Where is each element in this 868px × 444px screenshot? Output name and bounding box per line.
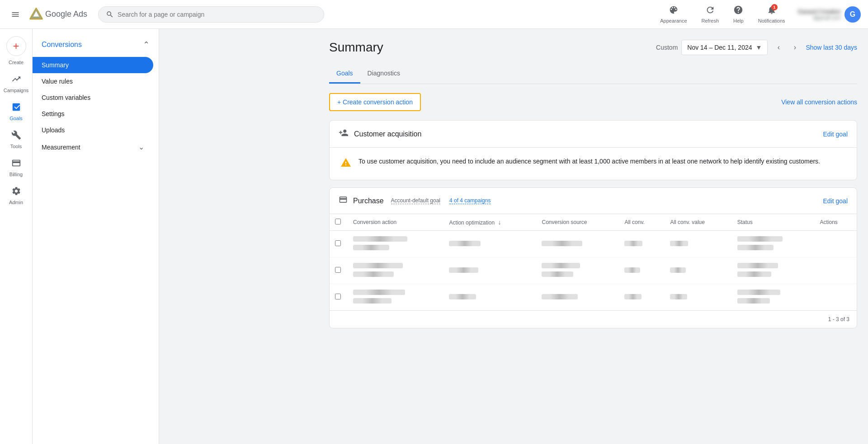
row3-all-conv (619, 284, 665, 311)
notifications-button[interactable]: 1 Notifications (753, 2, 791, 26)
row3-action (348, 284, 443, 311)
top-navigation: Google Ads Appearance Refresh (0, 0, 868, 29)
view-all-conversions-link[interactable]: View all conversion actions (781, 98, 857, 106)
sidebar-item-create-label: Create (9, 60, 24, 65)
admin-label: Admin (9, 200, 23, 205)
row3-checkbox-cell (330, 284, 348, 311)
create-button[interactable]: + (6, 36, 26, 56)
row2-checkbox[interactable] (335, 267, 341, 273)
left-navigation: Conversions ⌃ Summary Value rules Custom… (33, 29, 159, 444)
sidebar-item-billing[interactable]: Billing (3, 154, 30, 181)
table-header-checkbox (330, 214, 348, 231)
date-range-text: Nov 14 – Dec 11, 2024 (687, 44, 752, 51)
user-avatar-initial: G (850, 10, 855, 19)
row3-conv-value (665, 284, 731, 311)
row3-status (732, 284, 815, 311)
left-nav-item-summary[interactable]: Summary (33, 57, 153, 73)
column-all-conv-value: All conv. value (665, 214, 731, 231)
row1-action (348, 231, 443, 257)
purchase-tag[interactable]: Account-default goal (391, 197, 440, 204)
sidebar-item-tools[interactable]: Tools (3, 126, 30, 153)
user-name: Garazd Creation (798, 8, 841, 15)
refresh-button[interactable]: Refresh (696, 2, 725, 26)
billing-icon (11, 158, 21, 170)
page-layout: + Create Campaigns Goals (0, 29, 868, 444)
notifications-icon: 1 (767, 5, 777, 17)
row2-action (348, 257, 443, 284)
create-conversion-button[interactable]: + Create conversion action (329, 93, 421, 111)
measurement-chevron-icon: ⌄ (138, 143, 144, 151)
table-row (330, 284, 857, 311)
search-icon (106, 10, 114, 19)
date-next-button[interactable]: › (788, 40, 802, 55)
table-footer: 1 - 3 of 3 (330, 310, 857, 328)
row2-status (732, 257, 815, 284)
sidebar-item-admin[interactable]: Admin (3, 182, 30, 209)
customer-acquisition-name: Customer acquisition (354, 130, 823, 138)
goals-icon (11, 102, 21, 114)
customer-acquisition-warning-text: To use customer acquisition, you need to… (359, 157, 820, 166)
main-content: Summary Custom Nov 14 – Dec 11, 2024 ▼ ‹… (318, 29, 868, 444)
create-conversion-row: + Create conversion action View all conv… (329, 93, 857, 111)
customer-acquisition-card: Customer acquisition Edit goal To use cu… (329, 120, 857, 180)
search-bar[interactable] (98, 6, 324, 23)
sidebar-item-campaigns[interactable]: Campaigns (3, 70, 30, 97)
sidebar-item-goals[interactable]: Goals (3, 98, 30, 125)
custom-label: Custom (656, 44, 678, 51)
table-header-row: Conversion action Action optimization ↓ … (330, 214, 857, 231)
date-navigation: ‹ › (771, 40, 802, 55)
user-menu[interactable]: Garazd Creation @gmail.com G (798, 6, 861, 23)
help-button[interactable]: Help (728, 2, 749, 26)
row1-status (732, 231, 815, 257)
sidebar: + Create Campaigns Goals (0, 29, 33, 444)
app-logo-text: Google Ads (45, 9, 87, 19)
tab-goals[interactable]: Goals (329, 64, 360, 84)
left-nav-item-settings[interactable]: Settings (33, 106, 153, 122)
search-input[interactable] (118, 11, 316, 18)
column-status: Status (732, 214, 815, 231)
help-label: Help (733, 18, 744, 23)
customer-acquisition-header: Customer acquisition Edit goal (330, 121, 857, 148)
notification-badge: 1 (771, 4, 778, 10)
create-conversion-label: + Create conversion action (337, 98, 413, 106)
page-header: Summary Custom Nov 14 – Dec 11, 2024 ▼ ‹… (329, 40, 857, 55)
table-row (330, 231, 857, 257)
row3-source (536, 284, 619, 311)
row2-all-conv (619, 257, 665, 284)
user-avatar[interactable]: G (844, 6, 861, 23)
customer-acquisition-edit-button[interactable]: Edit goal (823, 131, 848, 138)
left-nav-item-uploads[interactable]: Uploads (33, 122, 153, 138)
date-prev-button[interactable]: ‹ (771, 40, 786, 55)
app-logo: Google Ads (29, 7, 87, 22)
left-nav-item-custom-variables[interactable]: Custom variables (33, 89, 153, 106)
row3-checkbox[interactable] (335, 294, 341, 299)
chevron-up-icon[interactable]: ⌃ (143, 40, 150, 50)
campaigns-icon (11, 74, 21, 86)
tab-diagnostics[interactable]: Diagnostics (360, 64, 407, 84)
appearance-button[interactable]: Appearance (655, 2, 692, 26)
left-nav-item-measurement[interactable]: Measurement ⌄ (33, 138, 153, 156)
date-picker[interactable]: Nov 14 – Dec 11, 2024 ▼ (681, 40, 768, 55)
select-all-checkbox[interactable] (335, 219, 341, 224)
user-email: @gmail.com (798, 15, 841, 20)
row2-conv-value (665, 257, 731, 284)
purchase-campaigns[interactable]: 4 of 4 campaigns (449, 197, 491, 204)
sort-icon: ↓ (498, 219, 501, 226)
admin-icon (11, 186, 21, 198)
show-last-30-button[interactable]: Show last 30 days (806, 44, 857, 51)
row1-checkbox[interactable] (335, 240, 341, 246)
help-icon (733, 5, 743, 17)
left-nav-title: Conversions (42, 41, 82, 49)
row1-all-conv (619, 231, 665, 257)
column-action-optimization[interactable]: Action optimization ↓ (443, 214, 536, 231)
row1-optimization (443, 231, 536, 257)
row2-optimization (443, 257, 536, 284)
page-title: Summary (329, 40, 656, 55)
purchase-card: Purchase Account-default goal 4 of 4 cam… (329, 187, 857, 328)
left-nav-item-value-rules[interactable]: Value rules (33, 73, 153, 89)
appearance-icon (669, 5, 679, 17)
campaigns-label: Campaigns (4, 88, 29, 93)
purchase-edit-button[interactable]: Edit goal (823, 197, 848, 205)
tabs-container: Goals Diagnostics (329, 64, 857, 84)
menu-toggle[interactable] (7, 6, 24, 23)
